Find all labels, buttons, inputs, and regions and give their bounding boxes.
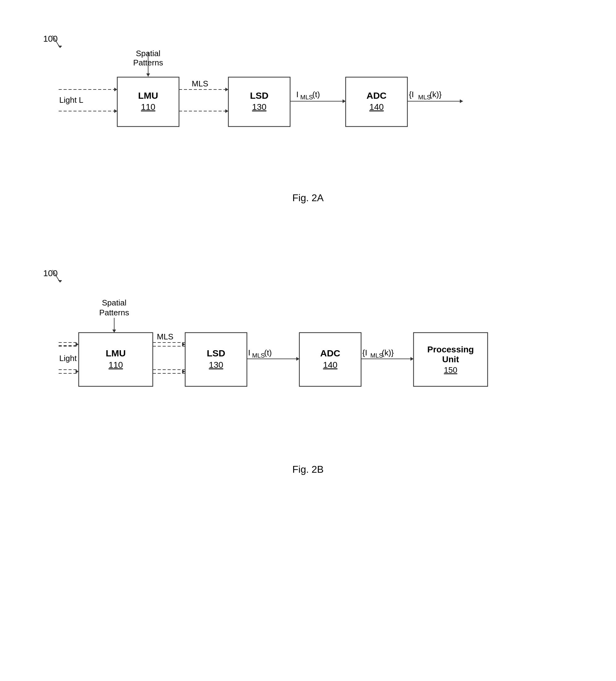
svg-marker-40	[112, 330, 116, 333]
svg-marker-3	[114, 87, 117, 91]
svg-text:MLS: MLS	[192, 79, 208, 88]
svg-text:MLS: MLS	[252, 352, 265, 359]
svg-text:LSD: LSD	[250, 91, 269, 101]
svg-rect-27	[346, 77, 408, 127]
diagram-2b: Spatial Patterns Light L LMU 110	[55, 296, 580, 469]
svg-marker-5	[114, 109, 117, 113]
diagram-2a: Light L LMU 110 Spatial Patterns MLS LSD…	[55, 49, 580, 198]
svg-marker-48	[76, 370, 79, 373]
svg-rect-50	[79, 333, 153, 386]
svg-marker-55	[182, 343, 185, 346]
svg-marker-15	[225, 87, 228, 91]
svg-text:MLS: MLS	[300, 94, 313, 101]
svg-text:{I: {I	[409, 90, 414, 99]
svg-text:{I: {I	[362, 348, 367, 357]
svg-text:I: I	[296, 90, 298, 99]
svg-text:ADC: ADC	[367, 91, 387, 101]
svg-text:ADC: ADC	[320, 348, 340, 358]
svg-text:Spatial: Spatial	[136, 49, 161, 58]
svg-rect-7	[117, 77, 179, 127]
svg-text:110: 110	[108, 360, 123, 370]
svg-text:MLS: MLS	[157, 332, 173, 341]
svg-text:Patterns: Patterns	[99, 308, 129, 317]
svg-marker-11	[146, 73, 150, 77]
svg-text:Spatial: Spatial	[102, 298, 126, 307]
svg-text:Light L: Light L	[59, 95, 83, 105]
svg-text:LMU: LMU	[106, 348, 126, 358]
svg-marker-64	[296, 357, 299, 361]
svg-text:(k)}: (k)}	[429, 90, 442, 99]
svg-text:(t): (t)	[312, 90, 320, 99]
svg-text:110: 110	[141, 102, 155, 112]
svg-text:130: 130	[252, 102, 267, 112]
svg-text:LMU: LMU	[138, 91, 158, 101]
svg-marker-72	[411, 357, 414, 361]
svg-marker-36	[58, 280, 62, 282]
svg-text:130: 130	[209, 360, 223, 370]
svg-text:140: 140	[323, 360, 338, 370]
svg-text:150: 150	[444, 365, 457, 375]
fig-2a-caption: Fig. 2A	[25, 192, 591, 204]
svg-marker-17	[225, 109, 228, 113]
svg-text:Patterns: Patterns	[133, 58, 163, 67]
svg-text:Unit: Unit	[442, 355, 459, 364]
svg-text:I: I	[248, 348, 250, 357]
svg-marker-58	[182, 370, 185, 373]
svg-text:140: 140	[369, 102, 384, 112]
svg-text:MLS: MLS	[418, 94, 431, 101]
svg-text:MLS: MLS	[370, 352, 383, 359]
svg-rect-19	[228, 77, 290, 127]
svg-marker-23	[343, 99, 346, 103]
svg-text:(k)}: (k)}	[382, 348, 394, 357]
svg-marker-31	[460, 99, 463, 103]
svg-rect-60	[185, 333, 247, 386]
svg-text:(t): (t)	[264, 348, 272, 357]
svg-marker-1	[58, 46, 62, 48]
fig-2b-caption: Fig. 2B	[25, 464, 591, 475]
svg-text:Processing: Processing	[427, 345, 474, 354]
svg-text:LSD: LSD	[207, 348, 225, 358]
svg-rect-68	[299, 333, 361, 386]
